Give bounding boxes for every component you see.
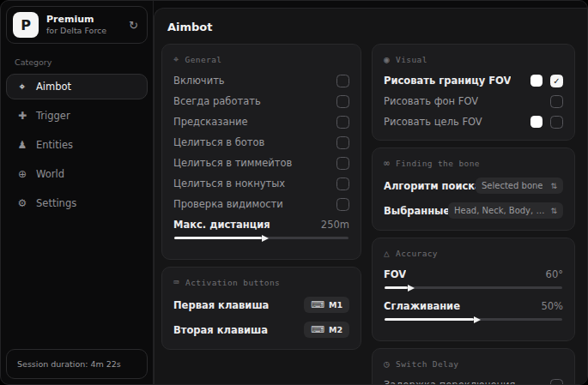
- target-knocked-checkbox[interactable]: [336, 177, 349, 190]
- sidebar-item-settings[interactable]: ⚙ Settings: [6, 190, 148, 216]
- premium-subtitle: for Delta Force: [46, 26, 121, 36]
- visibility-check-checkbox[interactable]: [336, 198, 349, 211]
- sidebar-item-label: Entities: [36, 139, 73, 151]
- enable-checkbox[interactable]: [336, 75, 349, 87]
- eye-icon: ◉: [384, 54, 390, 65]
- switch-delay-title: Switch Delay: [396, 359, 458, 369]
- activation-title: Activation buttons: [185, 278, 280, 287]
- expand-icon: ⇅: [550, 207, 557, 215]
- page-title: Aimbot: [167, 21, 575, 33]
- sidebar-item-label: World: [36, 168, 64, 180]
- accuracy-icon: △: [384, 248, 390, 259]
- session-duration: Session duration: 4m 22s: [6, 349, 148, 379]
- keybind-row: Вторая клавиша ⌨ M2: [173, 322, 349, 338]
- fov-target-color-swatch[interactable]: [530, 116, 543, 128]
- checkbox-row: Целиться в ботов: [173, 135, 349, 149]
- checkbox-row: Включить: [173, 74, 349, 87]
- accuracy-card: △ Accuracy FOV 60° Сгл: [372, 238, 575, 341]
- fov-label: FOV: [384, 268, 406, 280]
- max-distance-slider[interactable]: [174, 237, 349, 239]
- premium-title: Premium: [46, 14, 121, 26]
- expand-icon: ⇅: [550, 182, 557, 190]
- keyboard-icon: ⌨: [311, 324, 324, 335]
- keyboard-icon: ⌨: [311, 299, 324, 310]
- prediction-checkbox[interactable]: [336, 116, 349, 129]
- sidebar: P Premium for Delta Force ↻ Category ⌖ A…: [1, 1, 154, 384]
- refresh-icon[interactable]: ↻: [129, 19, 138, 32]
- premium-logo: P: [13, 12, 39, 38]
- visual-row: Рисовать цель FOV: [384, 115, 563, 129]
- fov-slider[interactable]: [385, 286, 562, 289]
- checkbox-row: Целиться в тиммейтов: [173, 156, 349, 170]
- accuracy-title: Accuracy: [396, 249, 438, 258]
- main-panel: Aimbot ⌖ General Включить Всегда работат…: [154, 8, 587, 384]
- fov-border-color-swatch[interactable]: [530, 75, 543, 87]
- general-card: ⌖ General Включить Всегда работать Предс…: [161, 44, 361, 260]
- draw-fov-border-checkbox[interactable]: ✓: [550, 75, 563, 87]
- max-distance-value: 250m: [321, 219, 349, 231]
- entities-icon: ♟: [16, 139, 28, 151]
- draw-fov-background-checkbox[interactable]: [550, 95, 563, 108]
- draw-fov-target-checkbox[interactable]: [550, 116, 563, 129]
- aimbot-icon: ⌖: [16, 81, 28, 93]
- general-icon: ⌖: [173, 54, 179, 65]
- gear-icon: ⚙: [16, 197, 28, 209]
- smoothing-value: 50%: [541, 300, 563, 312]
- second-key-button[interactable]: ⌨ M2: [304, 322, 349, 338]
- keyboard-icon: ⌨: [173, 277, 179, 288]
- checkbox-row: Целиться в нокнутых: [173, 177, 349, 190]
- general-title: General: [185, 55, 222, 64]
- world-icon: ⊕: [16, 168, 28, 180]
- app-window: P Premium for Delta Force ↻ Category ⌖ A…: [0, 0, 588, 385]
- bone-icon: ∞: [384, 158, 390, 169]
- selected-bones-select[interactable]: Head, Neck, Body, Pe.. ⇅: [448, 202, 563, 219]
- sidebar-item-label: Trigger: [36, 110, 70, 122]
- sidebar-item-label: Settings: [36, 197, 76, 209]
- smoothing-label: Сглаживание: [384, 300, 460, 312]
- sidebar-item-label: Aimbot: [36, 81, 71, 93]
- sidebar-item-entities[interactable]: ♟ Entities: [6, 132, 148, 158]
- checkbox-row: Предсказание: [173, 115, 349, 129]
- sidebar-item-aimbot[interactable]: ⌖ Aimbot: [6, 74, 148, 99]
- switch-delay-card: ◷ Switch Delay Задержка переключения Зад…: [372, 348, 575, 384]
- category-label: Category: [15, 57, 149, 67]
- switch-delay-checkbox-row: Задержка переключения: [384, 378, 563, 384]
- bone-title: Finding the bone: [396, 159, 480, 168]
- slider-thumb[interactable]: [262, 235, 269, 242]
- slider-thumb[interactable]: [408, 285, 415, 292]
- target-bots-checkbox[interactable]: [336, 136, 349, 149]
- activation-buttons-card: ⌨ Activation buttons Первая клавиша ⌨ M1…: [161, 267, 361, 350]
- visual-row: Рисовать фон FOV: [384, 94, 563, 108]
- first-key-button[interactable]: ⌨ M1: [304, 297, 349, 313]
- timer-icon: ◷: [384, 358, 390, 370]
- trigger-icon: ✚: [16, 110, 28, 122]
- sidebar-item-trigger[interactable]: ✚ Trigger: [6, 103, 148, 129]
- finding-bone-card: ∞ Finding the bone Алгоритм поиска кост …: [372, 147, 575, 231]
- sidebar-item-world[interactable]: ⊕ World: [6, 161, 148, 187]
- keybind-row: Первая клавиша ⌨ M1: [173, 297, 349, 313]
- checkbox-row: Проверка видимости: [173, 197, 349, 211]
- visual-title: Visual: [396, 55, 427, 64]
- smoothing-slider[interactable]: [385, 318, 562, 321]
- target-teammates-checkbox[interactable]: [336, 157, 349, 170]
- bone-algorithm-select[interactable]: Selected bone ⇅: [476, 177, 563, 194]
- visual-card: ◉ Visual Рисовать границу FOV ✓ Рисовать…: [372, 44, 575, 141]
- visual-row: Рисовать границу FOV ✓: [384, 74, 563, 87]
- selected-bones-row: Выбранные кос Head, Neck, Body, Pe.. ⇅: [384, 202, 563, 219]
- slider-thumb[interactable]: [474, 316, 481, 323]
- bone-algorithm-row: Алгоритм поиска кост Selected bone ⇅: [384, 177, 563, 194]
- fov-value: 60°: [546, 268, 563, 280]
- sidebar-nav: ⌖ Aimbot ✚ Trigger ♟ Entities ⊕ World ⚙ …: [4, 74, 149, 216]
- always-work-checkbox[interactable]: [336, 95, 349, 108]
- max-distance-label: Макс. дистанция: [173, 219, 270, 231]
- switch-delay-checkbox[interactable]: [550, 379, 563, 385]
- checkbox-row: Всегда работать: [173, 94, 349, 108]
- premium-card: P Premium for Delta Force ↻: [6, 6, 148, 44]
